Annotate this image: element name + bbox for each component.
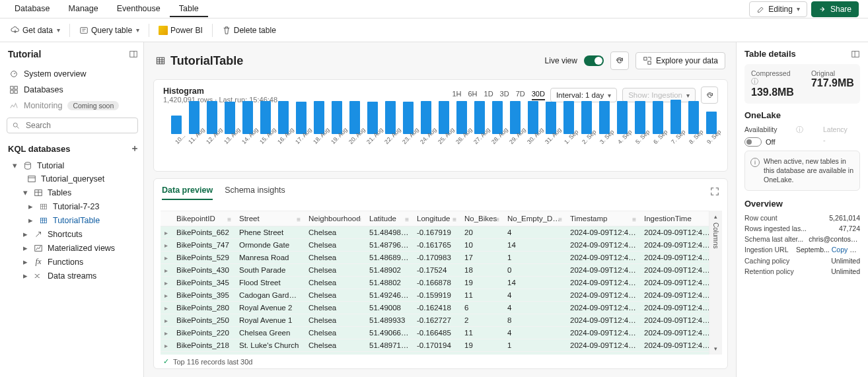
- table-row[interactable]: ▸BikePoints_250Royal Avenue 1Chelsea51.4…: [161, 314, 709, 327]
- column-header[interactable]: Timestamp≡: [566, 211, 640, 226]
- column-header[interactable]: Street≡: [235, 211, 305, 226]
- tree-table-tutorialtable[interactable]: ▸ TutorialTable: [7, 213, 141, 227]
- share-button[interactable]: Share: [811, 1, 859, 17]
- table-row[interactable]: ▸BikePoints_662Phene StreetChelsea51.484…: [161, 226, 709, 239]
- row-expand[interactable]: ▸: [161, 252, 172, 264]
- histogram-refresh-button[interactable]: [701, 86, 718, 104]
- bar-col[interactable]: 24. Aug: [419, 101, 433, 151]
- bar-col[interactable]: 28. Aug: [490, 101, 504, 151]
- column-header[interactable]: No_Empty_Docks≡: [503, 211, 566, 226]
- column-header[interactable]: No_Bikes≡: [460, 211, 503, 226]
- tree-group-shortcuts[interactable]: ▸ Shortcuts: [7, 227, 141, 241]
- tree-group-functions[interactable]: ▸ fx Functions: [7, 255, 141, 269]
- row-expand[interactable]: ▸: [161, 327, 172, 339]
- table-row[interactable]: ▸BikePoints_430South ParadeChelsea51.489…: [161, 264, 709, 277]
- tab-table[interactable]: Table: [170, 1, 208, 17]
- get-data-button[interactable]: Get data ▾: [5, 22, 65, 38]
- refresh-button[interactable]: [610, 51, 629, 70]
- tree-group-tables[interactable]: ▾ Tables: [7, 186, 141, 199]
- delete-table-button[interactable]: Delete table: [217, 22, 281, 38]
- table-row[interactable]: ▸BikePoints_395Cadogan GardensChelsea51.…: [161, 289, 709, 302]
- bar-col[interactable]: 9. Sep: [704, 112, 718, 151]
- tree-db-tutorial[interactable]: ▾ Tutorial: [7, 158, 141, 172]
- sidebar-item-databases[interactable]: Databases: [7, 82, 141, 98]
- table-row[interactable]: ▸BikePoints_218St. Luke's ChurchChelsea5…: [161, 339, 709, 352]
- bar-col[interactable]: 7. Sep: [669, 100, 682, 151]
- bar-col[interactable]: 4. Sep: [615, 101, 629, 151]
- powerbi-button[interactable]: Power BI: [153, 22, 208, 38]
- row-expand[interactable]: ▸: [161, 289, 172, 302]
- range-30D[interactable]: 30D: [532, 90, 545, 100]
- show-dropdown[interactable]: Show: Ingestion ▾: [622, 88, 696, 102]
- tree-group-datastreams[interactable]: ▸ Data streams: [7, 269, 141, 283]
- scroll-up-icon[interactable]: ▴: [714, 213, 717, 220]
- explore-data-button[interactable]: Explore your data: [635, 52, 725, 69]
- bar-col[interactable]: 3. Sep: [597, 101, 611, 151]
- live-view-toggle[interactable]: [584, 55, 604, 66]
- bar-col[interactable]: 22. Aug: [384, 101, 398, 151]
- bar-col[interactable]: 23. Aug: [402, 102, 416, 151]
- table-row[interactable]: ▸BikePoints_529Manresa RoadChelsea51.486…: [161, 252, 709, 264]
- row-expand[interactable]: ▸: [161, 352, 172, 355]
- grid-sidebar[interactable]: ▴ Columns ▾: [709, 211, 722, 355]
- expand-icon[interactable]: [707, 184, 722, 199]
- info-icon[interactable]: ⓘ: [751, 77, 758, 85]
- row-expand[interactable]: ▸: [161, 302, 172, 314]
- table-row[interactable]: ▸BikePoints_280Royal Avenue 2Chelsea51.4…: [161, 302, 709, 314]
- range-3D[interactable]: 3D: [500, 90, 509, 100]
- bar-col[interactable]: 12. Aug: [205, 101, 219, 151]
- bar-col[interactable]: 17. Aug: [295, 102, 308, 151]
- sidebar-item-system-overview[interactable]: System overview: [7, 66, 141, 82]
- bar-col[interactable]: 25. Aug: [437, 101, 451, 151]
- add-icon[interactable]: ＋: [130, 143, 139, 154]
- table-row[interactable]: ▸BikePoints_220Chelsea GreenChelsea51.49…: [161, 327, 709, 339]
- bar-col[interactable]: 8. Sep: [686, 101, 700, 151]
- info-icon[interactable]: ⓘ: [796, 125, 803, 135]
- tab-database[interactable]: Database: [5, 1, 59, 17]
- tree-table-tutorial-7-23[interactable]: ▸ Tutorial-7-23: [7, 199, 141, 213]
- bar-col[interactable]: 31. Aug: [544, 102, 558, 151]
- bar-col[interactable]: 6. Sep: [651, 101, 665, 151]
- bar-col[interactable]: 5. Sep: [633, 101, 647, 151]
- bar-col[interactable]: 10...: [170, 116, 184, 151]
- row-expand[interactable]: ▸: [161, 277, 172, 289]
- table-row[interactable]: ▸BikePoints_345Flood StreetChelsea51.488…: [161, 277, 709, 289]
- tree-queryset[interactable]: Tutorial_queryset: [7, 172, 141, 186]
- search-input[interactable]: [24, 120, 133, 131]
- bar-col[interactable]: 11. Aug: [188, 101, 201, 151]
- collapse-icon[interactable]: [129, 50, 138, 59]
- column-header[interactable]: Latitude≡: [365, 211, 413, 226]
- bar-col[interactable]: 1. Sep: [561, 101, 575, 151]
- bar-col[interactable]: 30. Aug: [526, 101, 540, 151]
- range-1H[interactable]: 1H: [452, 90, 461, 100]
- column-header[interactable]: Neighbourhood≡: [305, 211, 365, 226]
- bar-col[interactable]: 29. Aug: [508, 101, 522, 151]
- range-7D[interactable]: 7D: [516, 90, 525, 100]
- bar-col[interactable]: 18. Aug: [312, 101, 326, 151]
- row-expand[interactable]: ▸: [161, 314, 172, 327]
- tab-eventhouse[interactable]: Eventhouse: [108, 1, 170, 17]
- bar-col[interactable]: 20. Aug: [348, 101, 362, 151]
- tab-schema-insights[interactable]: Schema insights: [225, 184, 285, 200]
- bar-col[interactable]: 27. Aug: [472, 101, 486, 151]
- search-box[interactable]: [7, 118, 138, 133]
- copy-uri-link[interactable]: Copy URI: [832, 246, 860, 254]
- query-table-button[interactable]: Query table ▾: [74, 22, 145, 38]
- tab-manage[interactable]: Manage: [59, 1, 108, 17]
- table-row[interactable]: ▸BikePoints_747Ormonde GateChelsea51.487…: [161, 239, 709, 252]
- bar-col[interactable]: 26. Aug: [455, 101, 469, 151]
- column-header[interactable]: IngestionTime≡: [640, 211, 709, 226]
- bar-col[interactable]: 2. Sep: [579, 101, 593, 151]
- tab-data-preview[interactable]: Data preview: [162, 184, 213, 200]
- bar-col[interactable]: 19. Aug: [330, 101, 344, 151]
- tree-group-matviews[interactable]: ▸ Materialized views: [7, 241, 141, 255]
- interval-dropdown[interactable]: Interval: 1 day ▾: [550, 88, 617, 102]
- data-grid[interactable]: BikepointID≡Street≡Neighbourhood≡Latitud…: [161, 211, 709, 355]
- table-row[interactable]: ▸BikePoints_292Montpelier StreetKnightsb…: [161, 352, 709, 355]
- row-expand[interactable]: ▸: [161, 339, 172, 352]
- availability-toggle[interactable]: [744, 137, 762, 147]
- expand-panel-icon[interactable]: [851, 50, 860, 59]
- range-6H[interactable]: 6H: [468, 90, 477, 100]
- row-expand[interactable]: ▸: [161, 264, 172, 277]
- bar-col[interactable]: 16. Aug: [277, 101, 291, 151]
